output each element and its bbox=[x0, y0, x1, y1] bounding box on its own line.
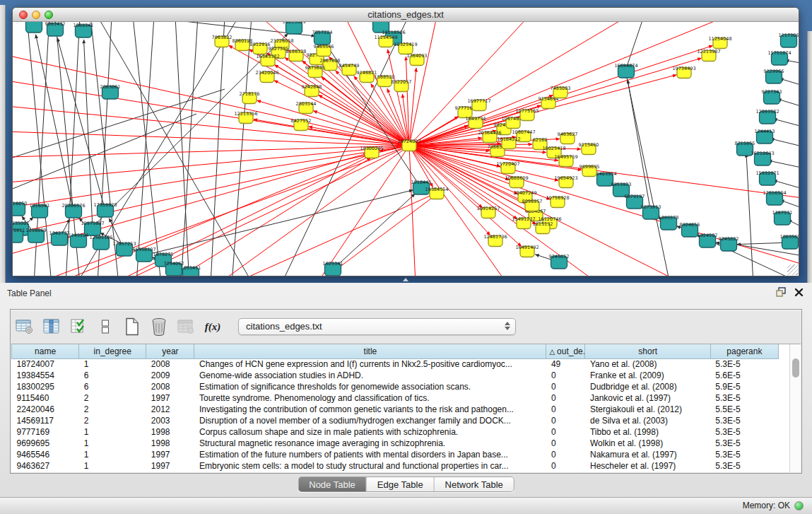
table-cell[interactable]: Wolkin et al. (1998) bbox=[585, 438, 710, 449]
table-cell[interactable]: 5.3E-5 bbox=[710, 438, 778, 449]
citation-edge-black[interactable] bbox=[136, 22, 154, 276]
citation-edge-red[interactable] bbox=[34, 146, 409, 276]
table-cell[interactable]: 2 bbox=[79, 404, 146, 415]
table-cell[interactable]: 2 bbox=[79, 415, 146, 426]
table-cell[interactable]: 18300295 bbox=[12, 381, 79, 392]
table-cell[interactable]: 1 bbox=[79, 449, 146, 460]
citation-edge-red[interactable] bbox=[409, 146, 799, 266]
citation-edge-black[interactable] bbox=[768, 160, 799, 169]
table-cell[interactable]: 1 bbox=[79, 460, 146, 472]
citation-edge-black[interactable] bbox=[232, 22, 252, 276]
table-cell[interactable]: Jankovic et al. (1997) bbox=[585, 392, 710, 404]
column-chooser-icon[interactable] bbox=[42, 316, 61, 337]
citation-edge-black[interactable] bbox=[628, 80, 651, 213]
graph-node[interactable] bbox=[26, 22, 42, 33]
column-header-short[interactable]: short bbox=[585, 344, 710, 358]
citation-edge-black[interactable] bbox=[626, 74, 670, 276]
citation-edge-red[interactable] bbox=[168, 158, 371, 276]
table-cell[interactable]: 18724007 bbox=[12, 358, 79, 370]
table-vertical-scrollbar[interactable] bbox=[789, 344, 801, 472]
table-cell[interactable]: 9115460 bbox=[12, 392, 79, 404]
table-cell[interactable]: 2008 bbox=[146, 358, 194, 370]
table-cell[interactable]: 2012 bbox=[146, 404, 194, 415]
table-cell[interactable]: 5.9E-5 bbox=[710, 381, 778, 392]
table-row[interactable]: 1456911722003Disruption of a novel membe… bbox=[12, 415, 779, 426]
table-cell[interactable]: 2009 bbox=[146, 370, 194, 381]
table-cell[interactable]: Embryonic stem cells: a model to study s… bbox=[194, 460, 546, 472]
citation-edge-black[interactable] bbox=[770, 139, 799, 148]
tab-edge-table[interactable]: Edge Table bbox=[367, 477, 435, 491]
zoom-window-icon[interactable] bbox=[45, 11, 53, 19]
table-cell[interactable]: 9699695 bbox=[12, 438, 79, 449]
citation-edge-red[interactable] bbox=[257, 100, 409, 146]
table-cell[interactable]: Genome-wide association studies in ADHD. bbox=[194, 370, 546, 381]
citation-edge-red[interactable] bbox=[218, 146, 409, 276]
table-cell[interactable]: 1998 bbox=[146, 426, 194, 438]
table-cell[interactable]: Stergiakouli et al. (2012) bbox=[585, 404, 710, 415]
table-cell[interactable]: 2008 bbox=[146, 381, 194, 392]
table-cell[interactable]: 19384554 bbox=[12, 370, 79, 381]
table-cell[interactable]: Nakamura et al. (1997) bbox=[585, 449, 710, 460]
citation-edge-red[interactable] bbox=[409, 22, 437, 146]
citation-edge-black[interactable] bbox=[773, 119, 799, 128]
table-row[interactable]: 1872400712008Changes of HCN gene express… bbox=[12, 358, 779, 370]
citation-edge-black[interactable] bbox=[57, 38, 105, 211]
citation-edge-red[interactable] bbox=[409, 146, 558, 180]
table-cell[interactable]: Estimation of significance thresholds fo… bbox=[194, 381, 546, 392]
table-cell[interactable]: Structural magnetic resonance image aver… bbox=[194, 438, 546, 449]
close-panel-icon[interactable] bbox=[794, 287, 804, 300]
splitter-grip[interactable] bbox=[403, 278, 408, 281]
table-cell[interactable]: 1998 bbox=[146, 438, 194, 449]
table-row[interactable]: 946362711997Embryonic stem cells: a mode… bbox=[12, 460, 779, 472]
table-selector-dropdown[interactable]: citations_edges.txt bbox=[238, 318, 516, 335]
table-cell[interactable]: Investigating the contribution of common… bbox=[194, 404, 546, 415]
table-row[interactable]: 911546021997Tourette syndrome. Phenomeno… bbox=[12, 392, 779, 404]
citation-edge-red[interactable] bbox=[409, 75, 676, 146]
column-header-out-de-[interactable]: △out_de... bbox=[546, 344, 585, 358]
table-cell[interactable]: 22420046 bbox=[12, 404, 79, 415]
table-cell[interactable]: Franke et al. (2009) bbox=[585, 370, 710, 381]
select-columns-icon[interactable] bbox=[69, 316, 88, 337]
table-cell[interactable]: 5.3E-5 bbox=[710, 392, 778, 404]
table-row[interactable]: 1830029562008Estimation of significance … bbox=[12, 381, 779, 392]
table-cell[interactable]: Changes of HCN gene expression and I(f) … bbox=[194, 358, 546, 370]
minimize-window-icon[interactable] bbox=[32, 11, 40, 19]
delete-table-icon[interactable] bbox=[149, 316, 169, 337]
table-cell[interactable]: 1997 bbox=[146, 460, 194, 472]
scrollbar-thumb[interactable] bbox=[792, 358, 799, 378]
table-cell[interactable]: Yano et al. (2008) bbox=[585, 358, 710, 370]
table-cell[interactable]: 49 bbox=[546, 358, 585, 370]
table-cell[interactable]: 1 bbox=[79, 438, 146, 449]
new-table-icon[interactable] bbox=[122, 316, 142, 337]
table-cell[interactable]: 0 bbox=[546, 381, 585, 392]
table-cell[interactable]: 0 bbox=[546, 370, 585, 381]
tab-node-table[interactable]: Node Table bbox=[298, 477, 367, 491]
table-cell[interactable]: 1 bbox=[79, 358, 146, 370]
table-cell[interactable]: 1997 bbox=[146, 392, 194, 404]
row-height-icon[interactable] bbox=[95, 316, 115, 337]
citation-edge-black[interactable] bbox=[626, 22, 644, 69]
table-cell[interactable]: Estimation of the future numbers of pati… bbox=[194, 449, 546, 460]
table-cell[interactable]: Tourette syndrome. Phenomenology and cla… bbox=[194, 392, 546, 404]
table-cell[interactable]: 0 bbox=[546, 438, 585, 449]
table-cell[interactable]: Disruption of a novel member of a sodium… bbox=[194, 415, 546, 426]
column-header-pagerank[interactable]: pagerank bbox=[710, 344, 778, 358]
table-cell[interactable]: 1997 bbox=[146, 449, 194, 460]
table-cell[interactable]: 9465546 bbox=[12, 449, 79, 460]
citation-edge-black[interactable] bbox=[773, 180, 799, 190]
close-window-icon[interactable] bbox=[19, 11, 28, 19]
table-row[interactable]: 977716911998Corpus callosum shape and si… bbox=[12, 426, 779, 438]
network-canvas[interactable]: 1605572909143210693411605380978572248813… bbox=[13, 22, 799, 276]
citation-edge-black[interactable] bbox=[181, 22, 198, 276]
table-row[interactable]: 969969511998Structural magnetic resonanc… bbox=[12, 438, 779, 449]
network-graph[interactable]: 1605572909143210693411605380978572248813… bbox=[13, 22, 799, 276]
table-settings-icon[interactable] bbox=[15, 316, 35, 337]
network-view-window[interactable]: citations_edges.txt 16055729091432106934… bbox=[12, 7, 799, 276]
table-cell[interactable]: 14569117 bbox=[12, 415, 79, 426]
citation-edge-red[interactable] bbox=[409, 22, 726, 146]
citation-edge-black[interactable] bbox=[175, 22, 189, 276]
tab-network-table[interactable]: Network Table bbox=[435, 477, 514, 491]
column-header-year[interactable]: year bbox=[146, 344, 194, 358]
table-cell[interactable]: Corpus callosum shape and size in male p… bbox=[194, 426, 546, 438]
table-cell[interactable]: 0 bbox=[546, 449, 585, 460]
